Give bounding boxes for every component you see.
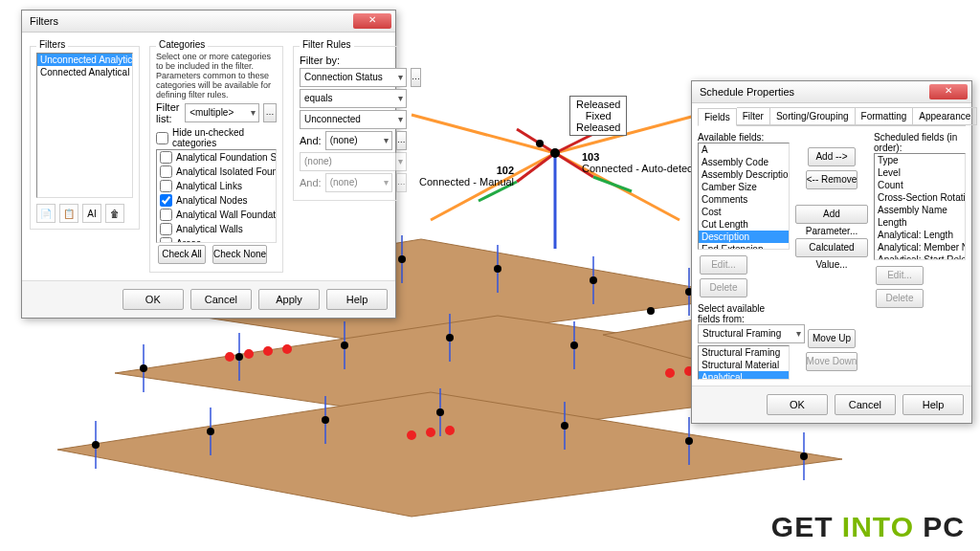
svg-point-49 bbox=[235, 353, 243, 361]
list-item[interactable]: Analytical: Member Number bbox=[875, 241, 965, 253]
delete-icon[interactable]: 🗑 bbox=[105, 204, 124, 223]
cancel-button[interactable]: Cancel bbox=[835, 394, 896, 415]
list-item[interactable]: Unconnected Analytical Nodes bbox=[37, 54, 132, 66]
list-item[interactable]: Camber Size bbox=[699, 181, 789, 193]
filter-op-combo[interactable]: equals bbox=[300, 89, 407, 108]
ok-button[interactable]: OK bbox=[122, 289, 184, 310]
svg-point-52 bbox=[570, 342, 578, 349]
moveup-button[interactable]: Move Up bbox=[808, 329, 856, 348]
categories-list[interactable]: Analytical Foundation Slabs Analytical I… bbox=[156, 149, 277, 243]
and-combo[interactable]: (none) bbox=[325, 131, 392, 150]
calculated-value-button[interactable]: Calculated Value... bbox=[795, 238, 868, 257]
svg-point-71 bbox=[407, 430, 416, 440]
list-item[interactable]: Assembly Code bbox=[699, 156, 789, 168]
movedown-button: Move Down bbox=[806, 352, 858, 371]
list-item[interactable]: Description bbox=[699, 231, 789, 243]
filters-list[interactable]: Unconnected Analytical Nodes Connected A… bbox=[36, 53, 133, 198]
svg-point-63 bbox=[647, 307, 655, 315]
list-item[interactable]: Analytical: Length bbox=[875, 229, 965, 241]
svg-point-69 bbox=[263, 346, 273, 356]
help-button[interactable]: Help bbox=[326, 289, 388, 310]
new-filter-icon[interactable]: 📄 bbox=[36, 204, 56, 223]
list-item[interactable]: Assembly Description bbox=[699, 168, 789, 181]
and-more-button[interactable]: … bbox=[396, 131, 407, 150]
list-item[interactable]: Type bbox=[875, 154, 965, 166]
filter-by-more-button[interactable]: … bbox=[411, 68, 421, 87]
svg-point-50 bbox=[341, 342, 348, 349]
delete-avail-button: Delete bbox=[700, 278, 747, 298]
svg-point-48 bbox=[140, 364, 147, 372]
add-parameter-button[interactable]: Add Parameter... bbox=[795, 205, 868, 224]
copy-filter-icon[interactable]: 📋 bbox=[59, 204, 78, 223]
list-item[interactable]: Connected Analytical Nodes bbox=[37, 66, 132, 78]
svg-point-60 bbox=[561, 422, 568, 430]
tab-bar: Fields Filter Sorting/Grouping Formattin… bbox=[698, 107, 966, 126]
list-item[interactable]: Length bbox=[875, 216, 965, 229]
available-fields-list[interactable]: AAssembly CodeAssembly DescriptionCamber… bbox=[698, 143, 790, 250]
available-from-list[interactable]: Structural Framing Structural Material A… bbox=[698, 345, 790, 380]
list-item[interactable]: Cut Length bbox=[699, 218, 789, 231]
watermark: GET INTO PC bbox=[771, 511, 965, 543]
ok-button[interactable]: OK bbox=[767, 394, 828, 415]
rename-icon[interactable]: AI bbox=[82, 204, 101, 223]
node-103-label: 103Connected - Auto-detect bbox=[582, 151, 696, 174]
list-item[interactable]: Count bbox=[875, 179, 965, 191]
help-button[interactable]: Help bbox=[902, 394, 964, 415]
list-item[interactable]: Assembly Name bbox=[875, 204, 965, 216]
cancel-button[interactable]: Cancel bbox=[190, 289, 252, 310]
svg-point-68 bbox=[244, 349, 254, 359]
tab-sorting[interactable]: Sorting/Grouping bbox=[770, 107, 856, 125]
svg-point-12 bbox=[536, 140, 544, 147]
schedule-titlebar[interactable]: Schedule Properties ✕ bbox=[692, 81, 971, 103]
available-from-combo[interactable]: Structural Framing bbox=[698, 324, 805, 343]
tab-formatting[interactable]: Formatting bbox=[856, 107, 914, 125]
close-icon[interactable]: ✕ bbox=[353, 13, 391, 29]
hide-unchecked-check[interactable]: Hide un-checked categories bbox=[156, 126, 277, 149]
list-item[interactable]: Cost bbox=[699, 206, 789, 218]
remove-button[interactable]: <-- Remove bbox=[806, 170, 858, 189]
filter-val-combo[interactable]: Unconnected bbox=[300, 110, 407, 129]
svg-point-61 bbox=[685, 437, 693, 445]
svg-point-70 bbox=[282, 344, 292, 354]
node-102-label: 102Connected - Manual bbox=[419, 165, 514, 187]
filter-list-more-button[interactable]: … bbox=[263, 103, 277, 122]
svg-point-62 bbox=[800, 452, 808, 460]
check-none-button[interactable]: Check None bbox=[212, 245, 267, 264]
list-item[interactable]: Analytical: Start Release bbox=[875, 253, 965, 260]
svg-point-46 bbox=[590, 276, 597, 284]
svg-point-74 bbox=[665, 368, 675, 378]
delete-sched-button: Delete bbox=[876, 289, 924, 308]
svg-point-72 bbox=[426, 428, 435, 437]
tab-appearance[interactable]: Appearance bbox=[913, 107, 977, 125]
list-item[interactable]: End Extension bbox=[699, 243, 789, 250]
add-button[interactable]: Add --> bbox=[808, 147, 856, 166]
svg-line-7 bbox=[517, 153, 555, 182]
filters-title: Filters bbox=[26, 15, 353, 27]
filters-titlebar[interactable]: Filters ✕ bbox=[22, 11, 395, 33]
filters-dialog: Filters ✕ Filters Unconnected Analytical… bbox=[21, 10, 396, 319]
svg-point-11 bbox=[550, 148, 560, 158]
edit-sched-button: Edit... bbox=[876, 266, 924, 285]
svg-point-57 bbox=[207, 428, 214, 435]
close-icon[interactable]: ✕ bbox=[929, 84, 968, 99]
list-item[interactable]: Comments bbox=[699, 193, 789, 206]
tab-fields[interactable]: Fields bbox=[698, 108, 737, 126]
schedule-title: Schedule Properties bbox=[696, 86, 929, 98]
svg-point-45 bbox=[494, 265, 501, 273]
svg-line-0 bbox=[412, 115, 555, 153]
apply-button[interactable]: Apply bbox=[258, 289, 320, 310]
tab-filter[interactable]: Filter bbox=[737, 107, 770, 125]
list-item[interactable]: A bbox=[699, 143, 789, 156]
svg-line-5 bbox=[517, 129, 555, 153]
scheduled-fields-list[interactable]: TypeLevelCountCross-Section RotationAsse… bbox=[874, 153, 966, 260]
svg-point-51 bbox=[446, 334, 454, 342]
filter-by-combo[interactable]: Connection Status bbox=[300, 68, 407, 87]
check-all-button[interactable]: Check All bbox=[158, 245, 206, 264]
svg-point-67 bbox=[225, 352, 234, 362]
schedule-properties-dialog: Schedule Properties ✕ Fields Filter Sort… bbox=[691, 80, 972, 424]
list-item[interactable]: Cross-Section Rotation bbox=[875, 191, 965, 204]
svg-point-73 bbox=[445, 426, 455, 435]
filter-list-combo[interactable]: <multiple> bbox=[185, 103, 259, 122]
list-item[interactable]: Level bbox=[875, 166, 965, 179]
svg-point-59 bbox=[436, 408, 444, 416]
